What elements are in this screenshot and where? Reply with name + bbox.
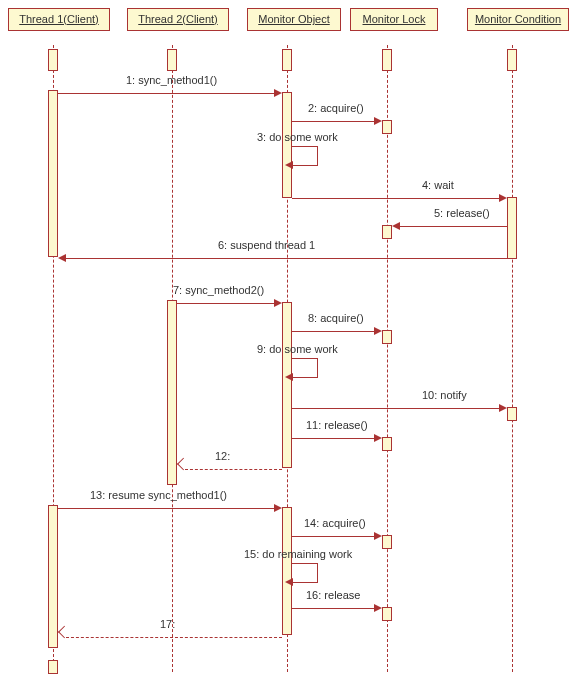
lifeline-monitor-condition: Monitor Condition [467,8,569,31]
msg-2: 2: acquire() [292,114,382,128]
msg-15-label: 15: do remaining work [244,548,352,560]
msg-7-label: 7: sync_method2() [173,284,264,296]
msg-14-label: 14: acquire() [304,517,366,529]
activation-mobj-top [282,49,292,71]
msg-17-label: 17: [160,618,175,630]
activation-thread2-1 [167,300,177,485]
msg-13-label: 13: resume sync_method1() [90,489,227,501]
msg-16: 16: release [292,601,382,615]
msg-3-self [292,146,318,166]
msg-8: 8: acquire() [292,324,382,338]
msg-11: 11: release() [292,431,382,445]
msg-9-label: 9: do some work [257,343,338,355]
msg-5-label: 5: release() [434,207,490,219]
msg-13: 13: resume sync_method1() [58,501,282,515]
activation-mlock-top [382,49,392,71]
msg-2-label: 2: acquire() [308,102,364,114]
lifeline-thread1: Thread 1(Client) [8,8,110,31]
lifeline-line-monitor-lock [387,45,388,672]
msg-1-label: 1: sync_method1() [126,74,217,86]
activation-mlock-5 [382,535,392,549]
msg-4-label: 4: wait [422,179,454,191]
msg-8-label: 8: acquire() [308,312,364,324]
msg-10-label: 10: notify [422,389,467,401]
msg-1: 1: sync_method1() [58,86,282,100]
activation-mobj-3 [282,507,292,635]
activation-mobj-2 [282,302,292,468]
msg-4: 4: wait [292,191,507,205]
msg-6-label: 6: suspend thread 1 [218,239,315,251]
msg-17: 17: [58,630,282,644]
lifeline-monitor-lock: Monitor Lock [350,8,438,31]
msg-10: 10: notify [292,401,507,415]
activation-thread1-end [48,660,58,674]
activation-thread1-2 [48,505,58,648]
lifeline-monitor-object: Monitor Object [247,8,341,31]
activation-mcond-1 [507,197,517,259]
msg-12-label: 12: [215,450,230,462]
activation-thread2-top [167,49,177,71]
activation-mlock-2 [382,225,392,239]
msg-9-self [292,358,318,378]
msg-3-label: 3: do some work [257,131,338,143]
msg-15-self [292,563,318,583]
msg-6: 6: suspend thread 1 [58,251,507,265]
activation-thread1-top [48,49,58,71]
activation-mlock-4 [382,437,392,451]
activation-mlock-1 [382,120,392,134]
msg-16-label: 16: release [306,589,360,601]
msg-12: 12: [177,462,282,476]
lifeline-line-monitor-condition [512,45,513,672]
activation-mobj-1 [282,92,292,198]
msg-14: 14: acquire() [292,529,382,543]
activation-mcond-top [507,49,517,71]
msg-7: 7: sync_method2() [177,296,282,310]
activation-mlock-3 [382,330,392,344]
activation-mcond-2 [507,407,517,421]
lifeline-thread2: Thread 2(Client) [127,8,229,31]
msg-5: 5: release() [392,219,507,233]
activation-thread1-1 [48,90,58,257]
activation-mlock-6 [382,607,392,621]
msg-11-label: 11: release() [306,419,368,431]
